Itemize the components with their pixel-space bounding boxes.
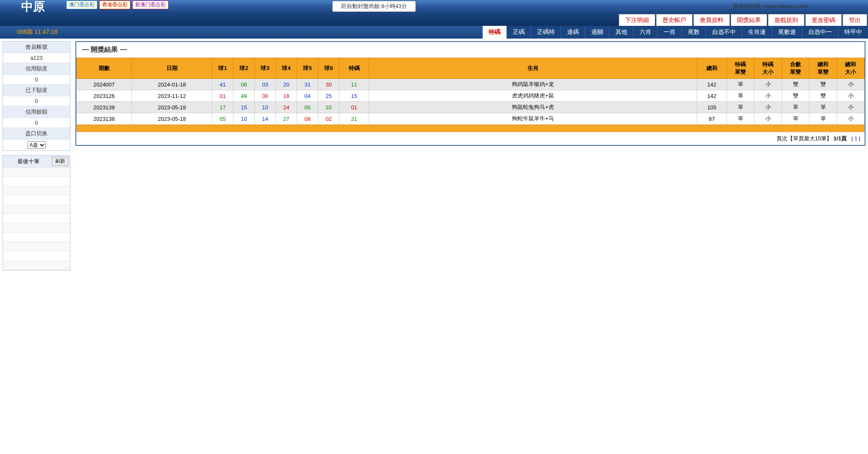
- countdown-box: 距自動封盤尚餘:9小時43分: [332, 1, 416, 12]
- table-cell: 狗鼠蛇兔狗马+虎: [369, 102, 697, 113]
- market-select[interactable]: A盘: [28, 141, 46, 149]
- result-header: 總和單雙: [810, 58, 837, 79]
- main-tab-10[interactable]: 生肖連: [742, 26, 772, 39]
- result-header: 特碼單雙: [727, 58, 754, 79]
- refresh-button[interactable]: 刷新: [52, 157, 68, 166]
- result-header: 期數: [77, 58, 132, 79]
- main-tab-6[interactable]: 六肖: [633, 26, 657, 39]
- table-cell: 33: [318, 102, 339, 113]
- table-cell: 10: [255, 102, 276, 113]
- site-logo: 中原: [0, 0, 66, 15]
- table-cell: 單: [782, 102, 810, 113]
- recent-rows: [3, 167, 70, 270]
- remaining-value: 0: [3, 118, 70, 128]
- market-label: 盘口切换: [3, 128, 70, 139]
- main-tab-4[interactable]: 過關: [585, 26, 609, 39]
- table-cell: 2023126: [77, 90, 132, 102]
- pagination: 頁次【單頁最大15筆】 1/1頁 | 1 |: [76, 132, 865, 145]
- main-tab-0[interactable]: 特碼: [482, 26, 506, 39]
- table-cell: 30: [318, 79, 339, 90]
- table-cell: 41: [212, 79, 234, 90]
- table-cell: 11: [339, 79, 369, 90]
- main-tabs: 特碼正碼正碼特連碼過關其他六肖一肖尾数自选不中生肖連尾數連自选中一特平中: [482, 26, 868, 39]
- recent-empty-row: [3, 251, 70, 261]
- pagination-link[interactable]: 1: [854, 135, 857, 142]
- table-cell: 18: [276, 90, 297, 102]
- result-header: 特碼大小: [754, 58, 782, 79]
- main-tab-3[interactable]: 連碼: [561, 26, 585, 39]
- table-cell: 2024-01-18: [132, 79, 212, 90]
- recent-panel: 最後十筆 刷新: [3, 155, 70, 270]
- header-top: 中原 澳门⑥合彩 香港⑥合彩 新澳门⑥合彩 距自動封盤尚餘:9小時43分 蜜桃源…: [0, 0, 868, 13]
- table-cell: 狗鸡鼠羊猴鸡+龙: [369, 79, 697, 90]
- main-tab-5[interactable]: 其他: [609, 26, 633, 39]
- top-menu-item-3[interactable]: 開獎結果: [731, 14, 767, 27]
- top-menu-item-4[interactable]: 遊戲規則: [768, 14, 804, 27]
- main-tab-7[interactable]: 一肖: [657, 26, 682, 39]
- main-tab-8[interactable]: 尾数: [682, 26, 706, 39]
- recent-empty-row: [3, 167, 70, 177]
- recent-empty-row: [3, 242, 70, 251]
- table-cell: 2023138: [77, 113, 132, 125]
- recent-empty-row: [3, 205, 70, 214]
- table-cell: 25: [318, 90, 339, 102]
- result-header: 總和大小: [837, 58, 865, 79]
- main-tab-9[interactable]: 自选不中: [706, 26, 742, 39]
- sidebar: 會員帳號 a123 信用額度 0 已下額度 0 信用餘額 0 盘口切换 A盘 最…: [3, 41, 70, 270]
- badge-macau[interactable]: 澳门⑥合彩: [66, 0, 97, 9]
- table-cell: 雙: [782, 90, 810, 102]
- result-header: 生肖: [369, 58, 697, 79]
- placed-label: 已下額度: [3, 85, 70, 96]
- top-menu-item-2[interactable]: 會員資料: [693, 14, 730, 27]
- pagination-sep: |: [851, 135, 853, 142]
- table-cell: 單: [727, 79, 754, 90]
- table-row: 20231262023-11-1201493018042515虎虎鸡鸡猪虎+鼠1…: [77, 90, 865, 102]
- badge-hongkong[interactable]: 香港⑥合彩: [99, 0, 131, 9]
- table-cell: 31: [297, 79, 318, 90]
- table-cell: 小: [754, 90, 782, 102]
- table-cell: 單: [810, 102, 837, 113]
- header-bottom: 008期 11:47:18 特碼正碼正碼特連碼過關其他六肖一肖尾数自选不中生肖連…: [0, 26, 868, 39]
- content-wrapper: 會員帳號 a123 信用額度 0 已下額度 0 信用餘額 0 盘口切换 A盘 最…: [0, 39, 868, 273]
- table-cell: 05: [212, 113, 234, 125]
- table-cell: 單: [810, 113, 837, 125]
- top-menu-item-6[interactable]: 登出: [843, 14, 867, 27]
- table-cell: 17: [212, 102, 234, 113]
- main-tab-12[interactable]: 自选中一: [802, 26, 838, 39]
- table-cell: 01: [212, 90, 234, 102]
- table-cell: 04: [297, 90, 318, 102]
- credit-limit-label: 信用額度: [3, 63, 70, 75]
- main-tab-13[interactable]: 特平中: [838, 26, 868, 39]
- main-tab-2[interactable]: 正碼特: [531, 26, 561, 39]
- table-cell: 142: [697, 90, 727, 102]
- table-row: 20231392023-05-1917151024053301狗鼠蛇兔狗马+虎1…: [77, 102, 865, 113]
- table-cell: 小: [837, 90, 865, 102]
- main-tab-1[interactable]: 正碼: [506, 26, 531, 39]
- credit-limit-value: 0: [3, 75, 70, 85]
- top-menu-item-0[interactable]: 下注明細: [619, 14, 655, 27]
- table-cell: 02: [318, 113, 339, 125]
- table-cell: 雙: [810, 79, 837, 90]
- top-menu-item-1[interactable]: 歷史帳戶: [656, 14, 693, 27]
- table-cell: 03: [255, 79, 276, 90]
- top-menu-item-5[interactable]: 更改密碼: [805, 14, 842, 27]
- table-cell: 49: [234, 90, 255, 102]
- badge-new-macau[interactable]: 新澳门⑥合彩: [132, 0, 169, 9]
- pagination-info: 1/1頁: [834, 135, 847, 142]
- table-cell: 雙: [810, 90, 837, 102]
- pagination-prefix: 頁次【單頁最大15筆】: [776, 135, 832, 142]
- remaining-label: 信用餘額: [3, 106, 70, 118]
- result-box: — 開獎結果 — 期數日期球1球2球3球4球5球6特碼生肖總和特碼單雙特碼大小合…: [75, 41, 865, 146]
- table-cell: 小: [754, 102, 782, 113]
- result-header: 球6: [318, 58, 339, 79]
- recent-empty-row: [3, 195, 70, 205]
- main-tab-11[interactable]: 尾數連: [772, 26, 802, 39]
- table-cell: 2023-11-12: [132, 90, 212, 102]
- market-select-row: A盘: [3, 139, 70, 150]
- result-header: 球1: [212, 58, 234, 79]
- table-cell: 15: [234, 102, 255, 113]
- result-header: 球2: [234, 58, 255, 79]
- header-mid: 下注明細歷史帳戶會員資料開獎結果遊戲規則更改密碼登出: [0, 13, 868, 26]
- table-cell: 87: [697, 113, 727, 125]
- table-cell: 15: [339, 90, 369, 102]
